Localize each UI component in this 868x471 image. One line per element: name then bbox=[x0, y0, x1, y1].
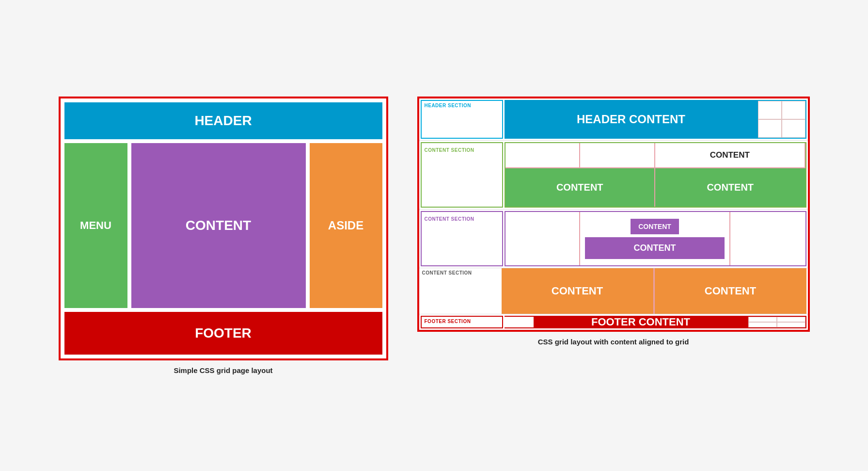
header-empty-cell bbox=[758, 101, 782, 119]
content1-right: CONTENT CONTENT CONTENT bbox=[505, 142, 806, 208]
right-header-content: HEADER CONTENT bbox=[505, 100, 758, 139]
footer-section-label: FOOTER SECTION bbox=[425, 319, 499, 324]
left-caption: Simple CSS grid page layout bbox=[174, 366, 272, 374]
right-footer-row: FOOTER SECTION FOOTER CONTENT bbox=[419, 314, 808, 330]
c1-top-content: CONTENT bbox=[655, 143, 805, 167]
right-header-right: HEADER CONTENT bbox=[505, 98, 808, 140]
left-header: HEADER bbox=[64, 102, 382, 139]
header-section-label: HEADER SECTION bbox=[425, 103, 499, 108]
right-footer-content: FOOTER CONTENT bbox=[534, 316, 748, 328]
right-diagram: HEADER SECTION HEADER CONTENT bbox=[417, 97, 810, 346]
content1-inner-top: CONTENT bbox=[505, 143, 805, 168]
left-aside: ASIDE bbox=[310, 143, 382, 308]
c2-purple-items: CONTENT CONTENT bbox=[580, 212, 730, 265]
content3-section-label-box: CONTENT SECTION bbox=[419, 268, 502, 314]
right-content1-row: CONTENT SECTION CONTENT CONTENT bbox=[419, 141, 808, 210]
right-header-row: HEADER SECTION HEADER CONTENT bbox=[419, 98, 808, 141]
content1-section-box: CONTENT SECTION bbox=[421, 142, 503, 208]
content3-orange-area: CONTENT CONTENT bbox=[502, 268, 806, 314]
c3-right-content: CONTENT bbox=[655, 268, 806, 314]
c1-empty-cell bbox=[580, 143, 655, 167]
header-empty-cell bbox=[782, 119, 805, 138]
content2-right: CONTENT CONTENT bbox=[505, 211, 806, 266]
right-header-empty-cells bbox=[758, 100, 806, 139]
left-footer: FOOTER bbox=[64, 312, 382, 355]
c3-left-content: CONTENT bbox=[502, 268, 653, 314]
content3-section-label: CONTENT SECTION bbox=[422, 270, 472, 276]
footer-empty-left bbox=[505, 316, 534, 328]
c2-plain-cell bbox=[730, 212, 805, 265]
header-content-label: HEADER CONTENT bbox=[577, 113, 685, 126]
footer-empty-right bbox=[748, 316, 806, 328]
right-footer-inner: FOOTER CONTENT bbox=[505, 314, 808, 330]
content2-section-box: CONTENT SECTION bbox=[421, 211, 503, 266]
left-diagram: HEADER MENU CONTENT ASIDE FOOTER Simple … bbox=[59, 97, 388, 374]
content-label: CONTENT bbox=[186, 218, 251, 233]
content2-section-label: CONTENT SECTION bbox=[425, 216, 474, 222]
page-container: HEADER MENU CONTENT ASIDE FOOTER Simple … bbox=[59, 97, 810, 374]
content1-section-label: CONTENT SECTION bbox=[425, 147, 474, 153]
header-empty-cell bbox=[782, 101, 805, 119]
c1-green-left: CONTENT bbox=[505, 168, 656, 207]
footer-empty-cell bbox=[748, 317, 777, 322]
footer-empty-cell bbox=[748, 322, 777, 327]
header-label: HEADER bbox=[194, 113, 252, 128]
menu-label: MENU bbox=[80, 219, 111, 232]
c2-purple-bottom: CONTENT bbox=[585, 237, 725, 259]
left-menu: MENU bbox=[64, 143, 127, 308]
right-footer-section-box: FOOTER SECTION bbox=[421, 316, 503, 328]
c1-empty-cell bbox=[505, 143, 581, 167]
footer-empty-cell bbox=[777, 317, 805, 322]
right-caption: CSS grid layout with content aligned to … bbox=[538, 338, 689, 346]
content2-inner: CONTENT CONTENT bbox=[505, 212, 805, 265]
right-header-section-box: HEADER SECTION bbox=[421, 100, 503, 139]
left-content: CONTENT bbox=[131, 143, 306, 308]
footer-label: FOOTER bbox=[195, 325, 252, 341]
left-middle: MENU CONTENT ASIDE bbox=[64, 143, 382, 308]
c2-purple-top: CONTENT bbox=[631, 219, 679, 234]
c1-green-right: CONTENT bbox=[655, 168, 805, 207]
content1-green-row: CONTENT CONTENT bbox=[505, 168, 805, 207]
header-empty-cell bbox=[758, 119, 782, 138]
right-content3-row: CONTENT SECTION CONTENT CONTENT bbox=[419, 268, 808, 314]
right-content2-row: CONTENT SECTION CONTENT CONTENT bbox=[419, 210, 808, 268]
aside-label: ASIDE bbox=[328, 219, 363, 232]
c2-plain-cell bbox=[505, 212, 581, 265]
footer-content-label: FOOTER CONTENT bbox=[591, 316, 690, 328]
left-grid-outer: HEADER MENU CONTENT ASIDE FOOTER bbox=[59, 97, 388, 360]
right-grid-container: HEADER SECTION HEADER CONTENT bbox=[417, 97, 810, 332]
footer-empty-cell bbox=[777, 322, 805, 327]
